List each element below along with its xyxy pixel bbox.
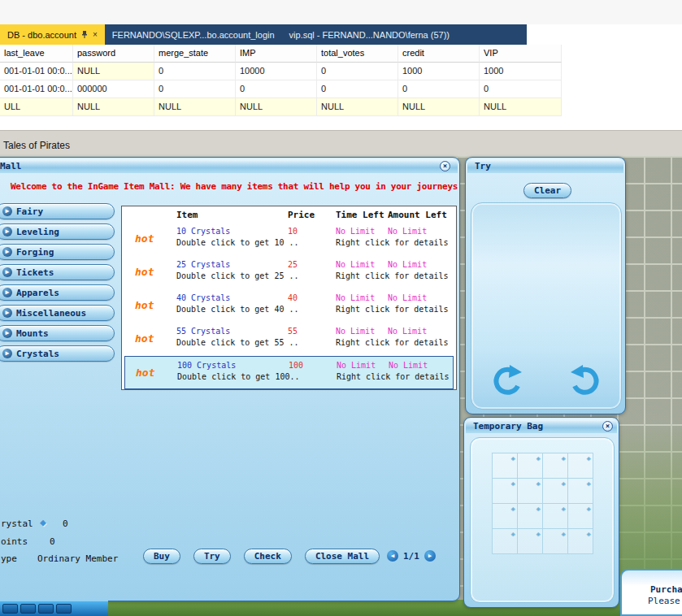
table-row[interactable]: 001-01-01 00:0...NULL010000010001000 [0,63,562,80]
table-row[interactable]: ULLNULLNULLNULLNULLNULLNULL [0,98,562,116]
category-label: Crystals [16,349,59,359]
column-header[interactable]: total_votes [317,45,398,63]
try-window: Try Clear [465,157,626,414]
bag-slot[interactable]: ◈ [493,479,518,504]
chat-tab[interactable] [56,604,72,614]
table-cell[interactable]: 001-01-01 00:0... [0,63,73,80]
table-cell[interactable]: 0 [480,80,562,98]
bag-slot[interactable]: ◈ [568,453,593,479]
table-cell[interactable]: 000000 [73,80,154,98]
item-row[interactable]: hot10 CrystalsDouble click to get 10 ..1… [124,223,454,256]
item-note: Right click for details [336,305,448,314]
close-mall-button[interactable]: Close Mall [305,549,380,564]
page-prev-icon[interactable]: ◀ [387,550,398,562]
table-cell[interactable]: 0 [398,80,480,98]
item-time-left: No Limit [336,260,375,269]
category-button-mounts[interactable]: ▶Mounts [0,325,115,341]
document-tab[interactable]: DB - dbo.account× [0,24,105,45]
category-arrow-icon: ▶ [2,328,12,338]
bag-slot[interactable]: ◈ [568,529,593,554]
bag-slot[interactable]: ◈ [543,529,568,554]
column-header[interactable]: VIP [480,45,562,63]
bag-slot[interactable]: ◈ [518,529,543,554]
table-cell[interactable]: NULL [398,98,480,116]
table-cell[interactable]: 0 [154,63,236,80]
item-row[interactable]: hot25 CrystalsDouble click to get 25 ..2… [124,256,454,289]
item-note: Right click for details [337,372,449,381]
column-header[interactable]: IMP [236,45,317,63]
points-value: 0 [50,536,55,547]
category-arrow-icon: ▶ [2,206,12,216]
table-cell[interactable]: NULL [317,98,398,116]
table-cell[interactable]: 1000 [480,63,562,80]
bag-slot[interactable]: ◈ [543,479,568,504]
chat-tab[interactable] [2,604,18,614]
category-button-apparels[interactable]: ▶Apparels [0,284,115,301]
chat-bar[interactable] [0,601,108,616]
category-button-fairy[interactable]: ▶Fairy [0,203,115,219]
table-cell[interactable]: 0 [154,80,236,98]
close-icon[interactable]: × [440,161,450,171]
table-cell[interactable]: 0 [236,80,317,98]
table-cell[interactable]: ULL [0,98,73,116]
bag-slot[interactable]: ◈ [493,453,518,479]
item-amount-left: No Limit [388,227,427,236]
column-header[interactable]: last_leave [0,45,73,63]
pin-icon[interactable] [81,30,88,39]
bag-slot[interactable]: ◈ [493,504,518,529]
buy-button[interactable]: Buy [143,549,180,564]
category-button-crystals[interactable]: ▶Crystals [0,345,115,362]
chat-tab[interactable] [38,604,54,614]
page-next-icon[interactable]: ▶ [424,550,436,562]
gem-icon: ◈ [562,530,566,538]
chat-tab[interactable] [20,604,36,614]
table-cell[interactable]: 001-01-01 00:0... [0,80,73,98]
table-cell[interactable]: 10000 [236,63,317,80]
bag-slot[interactable]: ◈ [518,479,543,504]
document-tab[interactable]: FERNANDO\SQLEXP...bo.account_login [105,24,282,45]
table-cell[interactable]: NULL [154,98,236,116]
try-button[interactable]: Try [193,549,231,564]
document-tab[interactable]: vip.sql - FERNAND...NANDO\ferna (57)) [282,24,457,45]
category-button-leveling[interactable]: ▶Leveling [0,223,115,240]
table-cell[interactable]: 0 [317,63,398,80]
bag-slot[interactable]: ◈ [543,453,568,479]
item-name: 55 Crystals [176,327,230,336]
game-viewport: Mall × Welcome to the InGame Item Mall: … [0,156,682,616]
item-row[interactable]: hot55 CrystalsDouble click to get 55 ..5… [124,323,454,356]
item-name: 40 Crystals [176,293,230,302]
item-rows: hot10 CrystalsDouble click to get 10 ..1… [122,223,456,389]
bag-slot[interactable]: ◈ [518,504,543,529]
table-cell[interactable]: 0 [317,80,398,98]
table-cell[interactable]: 1000 [398,63,480,80]
table-cell[interactable]: NULL [73,98,154,116]
rotate-left-icon[interactable] [488,363,523,399]
category-button-miscellaneous[interactable]: ▶Miscellaneous [0,305,115,321]
category-button-tickets[interactable]: ▶Tickets [0,264,115,280]
bag-slot[interactable]: ◈ [568,504,593,529]
clear-button[interactable]: Clear [523,183,571,198]
check-button[interactable]: Check [244,549,292,564]
tab-label: DB - dbo.account [7,30,76,40]
table-cell[interactable]: NULL [236,98,317,116]
category-label: Leveling [16,227,59,237]
bag-slot[interactable]: ◈ [543,504,568,529]
table-cell[interactable]: NULL [73,63,154,80]
table-row[interactable]: 001-01-01 00:0...00000000000 [0,80,562,98]
table-cell[interactable]: NULL [480,98,562,116]
close-icon[interactable]: × [602,421,613,432]
close-tab-icon[interactable]: × [93,31,98,39]
column-header[interactable]: merge_state [154,45,236,63]
bag-slot[interactable]: ◈ [493,529,518,554]
gem-icon: ◈ [511,505,515,513]
item-row[interactable]: hot40 CrystalsDouble click to get 40 ..4… [124,289,454,323]
category-button-forging[interactable]: ▶Forging [0,244,115,260]
item-row[interactable]: hot100 CrystalsDouble click to get 100..… [124,356,454,389]
column-header[interactable]: password [73,45,154,63]
item-note: Right click for details [336,271,448,280]
column-header[interactable]: credit [398,45,480,63]
gem-icon: ◈ [587,530,591,538]
bag-slot[interactable]: ◈ [518,453,543,479]
rotate-right-icon[interactable] [569,363,605,399]
bag-slot[interactable]: ◈ [568,479,593,504]
